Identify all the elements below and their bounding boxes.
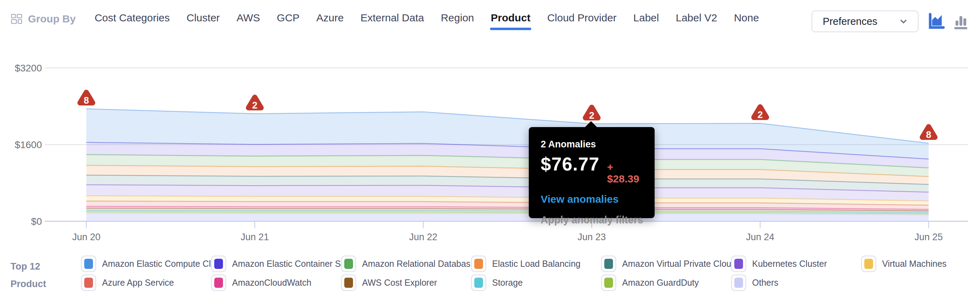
legend-title: Top 12 Product (11, 258, 46, 293)
legend-item-kubernetes-cluster[interactable]: Kubernetes Cluster (731, 256, 861, 272)
legend-swatch (471, 275, 486, 291)
anomaly-count: 8 (926, 130, 931, 140)
legend-item-storage[interactable]: Storage (471, 275, 601, 291)
legend-title-line1: Top 12 (11, 258, 46, 275)
anomaly-marker-jun-20[interactable]: 8 (80, 93, 92, 106)
legend-swatch (341, 256, 356, 272)
anomaly-marker-jun-25[interactable]: 8 (922, 127, 935, 140)
legend-label: AWS Cost Explorer (362, 278, 437, 288)
legend-item-amazon-elastic-container-s[interactable]: Amazon Elastic Container S... (211, 256, 341, 272)
chart-type-switcher (927, 12, 970, 31)
tooltip-delta: + $28.39 (607, 161, 644, 185)
tooltip-amount: $76.77 (541, 153, 600, 175)
legend-label: Amazon Elastic Compute Cl... (102, 259, 218, 269)
tab-azure[interactable]: Azure (316, 11, 344, 31)
legend-swatch (211, 256, 226, 272)
legend-label: Amazon Elastic Container S... (232, 259, 348, 269)
legend-items: Amazon Elastic Compute Cl...Amazon Elast… (81, 254, 980, 292)
tooltip-amount-row: $76.77 + $28.39 (541, 153, 644, 185)
y-axis-label: $1600 (15, 139, 42, 150)
tab-product[interactable]: Product (490, 11, 531, 31)
anomaly-marker-jun-23[interactable]: 2 (585, 107, 598, 121)
legend-label: AmazonCloudWatch (232, 278, 312, 288)
topbar-right: Preferences (811, 11, 970, 32)
anomaly-count: 2 (252, 100, 257, 110)
group-by-tabs: Cost CategoriesClusterAWSGCPAzureExterna… (94, 11, 760, 31)
anomaly-count: 8 (84, 95, 89, 106)
view-anomalies-link[interactable]: View anomalies (541, 193, 644, 205)
anomaly-tooltip: 2 Anomalies $76.77 + $28.39 View anomali… (529, 127, 655, 218)
chart-legend: Top 12 Product Amazon Elastic Compute Cl… (0, 254, 980, 292)
legend-title-line2: Product (11, 275, 46, 293)
legend-item-others[interactable]: Others (731, 275, 861, 291)
tab-cloud-provider[interactable]: Cloud Provider (547, 11, 617, 31)
x-axis-label: Jun 23 (578, 232, 606, 242)
apply-anomaly-filters-link[interactable]: Apply anomaly filters (541, 214, 644, 226)
legend-item-amazoncloudwatch[interactable]: AmazonCloudWatch (211, 275, 341, 291)
legend-item-virtual-machines[interactable]: Virtual Machines (861, 256, 980, 272)
preferences-dropdown[interactable]: Preferences (811, 11, 918, 32)
x-axis-label: Jun 25 (914, 232, 943, 242)
legend-item-elastic-load-balancing[interactable]: Elastic Load Balancing (471, 256, 601, 272)
legend-item-amazon-guardduty[interactable]: Amazon GuardDuty (601, 275, 731, 291)
chevron-down-icon (898, 16, 909, 27)
legend-item-amazon-virtual-private-cloud[interactable]: Amazon Virtual Private Cloud (601, 256, 731, 272)
x-axis-label: Jun 20 (72, 232, 100, 242)
legend-label: Others (752, 278, 778, 288)
bar-chart-icon[interactable] (951, 12, 970, 31)
anomaly-marker-jun-21[interactable]: 2 (248, 98, 261, 110)
tab-cluster[interactable]: Cluster (186, 11, 221, 31)
tab-gcp[interactable]: GCP (276, 11, 300, 31)
legend-label: Storage (492, 278, 523, 288)
tab-cost-categories[interactable]: Cost Categories (94, 11, 170, 31)
legend-swatch (81, 256, 96, 272)
legend-swatch (471, 256, 486, 272)
group-by-label: Group By (28, 13, 76, 25)
preferences-label: Preferences (823, 16, 877, 27)
legend-swatch (81, 275, 96, 291)
legend-swatch (861, 256, 876, 272)
tab-label[interactable]: Label (633, 11, 660, 31)
area-chart-icon[interactable] (927, 12, 946, 31)
anomaly-count: 2 (757, 110, 763, 120)
x-axis-label: Jun 24 (746, 232, 774, 242)
legend-item-azure-app-service[interactable]: Azure App Service (81, 275, 211, 291)
legend-swatch (601, 256, 616, 272)
legend-swatch (341, 275, 356, 291)
layout-grid-icon (11, 13, 23, 25)
x-axis-label: Jun 21 (240, 232, 269, 242)
legend-item-amazon-relational-databas[interactable]: Amazon Relational Databas... (341, 256, 471, 272)
tab-label-v2[interactable]: Label V2 (675, 11, 718, 31)
legend-label: Virtual Machines (882, 259, 947, 269)
x-axis-label: Jun 22 (409, 232, 437, 242)
legend-swatch (731, 256, 746, 272)
tab-none[interactable]: None (733, 11, 760, 31)
legend-label: Amazon Relational Databas... (362, 259, 478, 269)
legend-swatch (211, 275, 226, 291)
legend-label: Elastic Load Balancing (492, 259, 581, 269)
anomaly-count: 2 (589, 110, 594, 121)
tab-aws[interactable]: AWS (236, 11, 261, 31)
tooltip-anomaly-count: 2 Anomalies (541, 139, 644, 150)
legend-label: Amazon Virtual Private Cloud (622, 259, 736, 269)
y-axis-label: $3200 (15, 63, 42, 74)
legend-item-amazon-elastic-compute-cl[interactable]: Amazon Elastic Compute Cl... (81, 256, 211, 272)
tab-region[interactable]: Region (440, 11, 475, 31)
legend-label: Amazon GuardDuty (622, 278, 699, 288)
legend-swatch (601, 275, 616, 291)
legend-swatch (731, 275, 746, 291)
y-axis-label: $0 (31, 216, 42, 227)
tab-external-data[interactable]: External Data (360, 11, 425, 31)
group-by-label-wrap: Group By (11, 11, 76, 25)
group-by-bar: Group By Cost CategoriesClusterAWSGCPAzu… (0, 0, 980, 35)
legend-item-aws-cost-explorer[interactable]: AWS Cost Explorer (341, 275, 471, 291)
anomaly-marker-jun-24[interactable]: 2 (754, 107, 767, 120)
legend-label: Kubernetes Cluster (752, 259, 827, 269)
legend-label: Azure App Service (102, 278, 174, 288)
